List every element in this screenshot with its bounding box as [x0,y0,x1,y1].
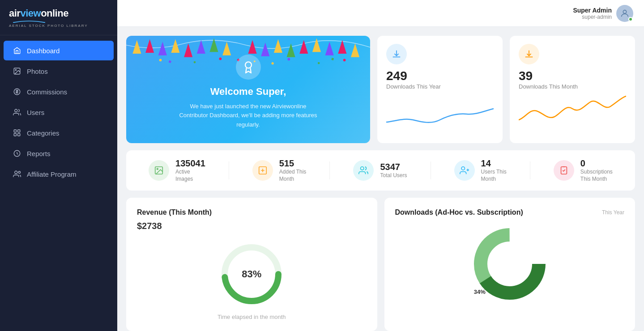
bottom-row: Revenue (This Month) $2738 83% [126,198,635,331]
svg-point-31 [219,58,222,60]
svg-marker-24 [299,40,308,54]
downloads-donut-wrapper: 34% [469,224,550,304]
svg-marker-23 [287,43,295,57]
sidebar: airviewonline AERIAL STOCK PHOTO LIBRARY… [0,0,117,331]
svg-point-1 [15,69,16,70]
stat-active-images: 135041 ActiveImages [149,158,205,182]
sidebar-item-affiliate[interactable]: Affiliate Program [4,164,114,184]
downloads-year-number: 249 [386,69,494,83]
stats-divider-1 [229,161,229,179]
user-plus-icon [460,166,469,175]
svg-rect-36 [169,60,171,63]
sidebar-item-label: Photos [27,68,48,75]
commissions-icon [13,87,21,96]
logo-text: airviewonline [9,8,108,23]
svg-marker-25 [312,38,321,52]
logo: airviewonline AERIAL STOCK PHOTO LIBRARY [0,0,117,35]
svg-marker-19 [222,42,231,55]
downloads-year-label: Downloads This Year [386,83,494,90]
sidebar-item-label: Dashboard [27,47,60,55]
award-icon [236,55,261,80]
photos-icon [13,67,21,76]
sidebar-item-label: Affiliate Program [27,170,77,178]
stat-users-month: 14 Users ThisMonth [454,158,507,182]
image-icon [154,166,164,175]
revenue-card: Revenue (This Month) $2738 83% [126,198,377,331]
svg-point-40 [245,62,252,68]
added-month-label: Added ThisMonth [279,169,307,182]
welcome-card: Welcome Super, We have just launched the… [126,36,370,143]
stats-divider-2 [329,161,330,179]
svg-marker-28 [351,43,359,57]
stat-total-users: 5347 Total Users [353,160,407,181]
subscriptions-month-number: 0 [580,158,613,169]
svg-marker-26 [325,42,334,55]
downloads-month-card: 39 Downloads This Month [510,36,635,143]
user-role: super-admin [573,14,612,20]
users-month-label: Users ThisMonth [481,169,507,182]
users-month-number: 14 [481,158,507,169]
sidebar-item-categories[interactable]: Categories [4,123,114,143]
main-content: Super Admin super-admin [117,0,644,331]
active-images-icon-wrap [149,160,169,181]
subscriptions-month-label: SubscriptionsThis Month [580,169,613,182]
download-year-icon-wrap [386,44,407,64]
topbar: Super Admin super-admin [117,0,644,27]
users-icon [358,166,368,175]
home-icon [13,46,21,55]
reports-icon [13,149,21,158]
svg-point-33 [287,58,290,61]
sidebar-item-dashboard[interactable]: Dashboard [4,41,114,60]
added-month-number: 515 [279,158,307,169]
user-name: Super Admin [573,7,612,14]
svg-point-30 [194,61,196,64]
sidebar-item-commissions[interactable]: Commissions [4,82,114,102]
stats-row: 135041 ActiveImages 515 Added ThisMonth [126,150,635,191]
downloads-year-card: 249 Downloads This Year [377,36,503,143]
svg-marker-22 [274,39,282,53]
total-users-icon-wrap [353,160,374,181]
active-images-label: ActiveImages [175,169,205,182]
downloads-chart-title: Downloads (Ad-Hoc vs. Subscription) [395,208,523,216]
stat-added-month: 515 Added ThisMonth [252,158,307,182]
revenue-percent-center: 83% [242,268,261,280]
svg-point-29 [159,59,162,61]
total-users-number: 5347 [380,162,407,172]
svg-marker-14 [158,42,167,55]
downloads-chart-card: Downloads (Ad-Hoc vs. Subscription) This… [384,198,635,331]
svg-marker-27 [338,40,346,54]
sidebar-item-users[interactable]: Users [4,102,114,122]
revenue-title: Revenue (This Month) [137,208,367,216]
sidebar-item-label: Users [27,109,44,116]
sidebar-item-photos[interactable]: Photos [4,61,114,81]
svg-point-34 [318,62,320,64]
revenue-chart-area: 83% Time elapsed in the month [137,238,367,320]
avatar-wrap [616,5,633,22]
subscriptions-icon-wrap [554,160,574,181]
clipboard-check-icon [559,166,569,175]
svg-point-44 [361,167,364,170]
adhoc-percent: 34% [474,289,486,295]
svg-rect-7 [18,134,20,136]
sidebar-nav: Dashboard Photos Commissions Users Categ… [0,40,117,331]
svg-point-11 [623,10,626,13]
sidebar-item-reports[interactable]: Reports [4,144,114,163]
downloads-month-chart [519,95,626,143]
svg-point-35 [343,59,346,61]
users-icon [13,108,21,117]
top-row: Welcome Super, We have just launched the… [126,36,635,143]
svg-rect-38 [271,62,274,65]
svg-marker-17 [197,40,205,54]
sidebar-item-label: Categories [27,129,60,137]
svg-point-42 [157,169,158,170]
svg-point-3 [15,109,17,112]
download-year-icon [392,49,401,59]
svg-point-10 [18,171,21,174]
svg-rect-6 [14,134,16,136]
sidebar-item-label: Commissions [27,88,67,96]
download-month-icon-wrap [519,44,539,64]
revenue-donut: 83% [216,238,287,310]
users-month-icon-wrap [454,160,475,181]
welcome-title: Welcome Super, [210,86,286,98]
sidebar-item-label: Reports [27,150,51,157]
